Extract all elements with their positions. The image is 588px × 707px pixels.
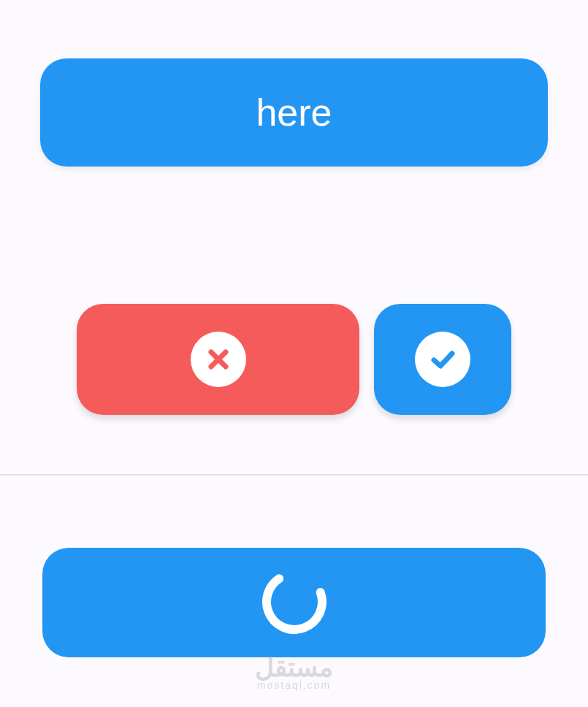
watermark-domain: mostaql.com (255, 679, 333, 691)
svg-point-2 (259, 566, 329, 637)
confirm-button[interactable] (374, 304, 511, 415)
check-icon (415, 332, 470, 387)
cancel-button[interactable] (77, 304, 359, 415)
top-section: here (0, 0, 588, 415)
x-icon (191, 332, 246, 387)
spinner-icon (258, 565, 331, 641)
bottom-section (0, 548, 588, 657)
watermark-brand: مستقل (255, 654, 333, 681)
here-button[interactable]: here (40, 58, 548, 167)
loading-button[interactable] (42, 548, 546, 657)
action-row (40, 304, 548, 415)
here-button-label: here (256, 91, 332, 134)
divider (0, 474, 588, 475)
watermark: مستقل mostaql.com (255, 654, 333, 691)
